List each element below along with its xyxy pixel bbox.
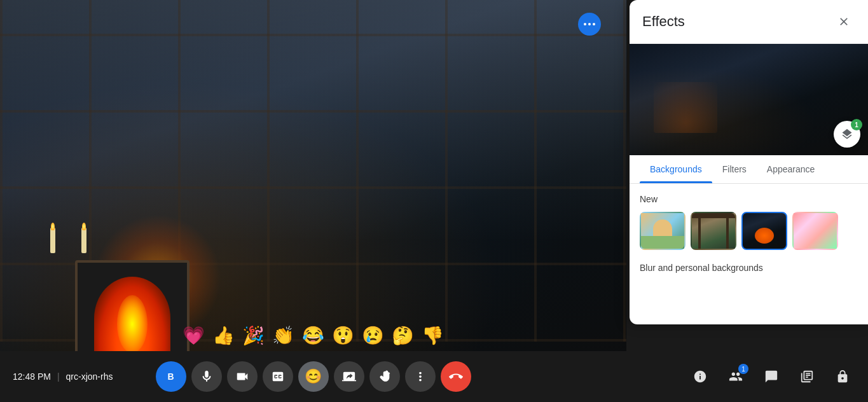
end-call-button[interactable] — [441, 361, 471, 392]
blur-label: Blur and personal backgrounds — [640, 263, 858, 273]
reaction-heart[interactable]: 💗 — [183, 325, 205, 346]
raise-hand-icon — [378, 370, 392, 384]
lock-icon — [836, 370, 850, 384]
dot — [584, 23, 586, 25]
time-display: 12:48 PM | qrc-xjon-rhs — [13, 371, 113, 382]
background-thumb-colorful[interactable] — [792, 212, 838, 250]
thumb-inner-4 — [794, 213, 837, 249]
dot — [588, 23, 591, 25]
effects-badge[interactable]: 1 — [834, 121, 860, 148]
reaction-sad[interactable]: 😢 — [362, 325, 384, 346]
effects-content: New — [630, 184, 868, 324]
background-thumb-outdoor[interactable] — [640, 212, 685, 250]
tab-filters[interactable]: Filters — [712, 155, 757, 183]
more-button[interactable] — [405, 361, 436, 392]
info-icon — [693, 370, 707, 384]
present-icon — [342, 370, 356, 384]
reaction-confetti[interactable]: 🎉 — [242, 325, 265, 346]
candle-right — [81, 228, 86, 253]
layers-icon — [841, 128, 853, 141]
effects-title: Effects — [642, 13, 685, 30]
raise-hand-button[interactable] — [369, 361, 400, 392]
tab-appearance[interactable]: Appearance — [757, 155, 825, 183]
activities-button[interactable] — [794, 364, 820, 389]
thumb-inner-2 — [692, 213, 735, 249]
effects-tabs: Backgrounds Filters Appearance — [630, 155, 868, 184]
dot — [593, 23, 595, 25]
close-button[interactable] — [832, 10, 855, 33]
camera-icon — [235, 370, 249, 384]
preview-count: 1 — [851, 119, 862, 130]
people-button[interactable]: 1 — [723, 364, 748, 389]
chat-button[interactable] — [759, 364, 784, 389]
separator: | — [57, 371, 60, 382]
meeting-code: qrc-xjon-rhs — [66, 371, 113, 382]
activities-icon — [800, 370, 814, 384]
reaction-bar: 💗 👍 🎉 👏 😂 😲 😢 🤔 👎 — [0, 320, 626, 351]
effects-preview: 1 — [630, 44, 868, 155]
tab-backgrounds[interactable]: Backgrounds — [640, 155, 712, 183]
info-button[interactable] — [687, 364, 713, 389]
thumbnails-row — [640, 212, 858, 250]
emoji-button[interactable]: 😊 — [298, 361, 329, 392]
reaction-clap[interactable]: 👏 — [272, 325, 294, 346]
clock-time: 12:48 PM — [13, 371, 51, 382]
right-icon-bar: 1 — [626, 351, 868, 402]
reaction-thumbsdown[interactable]: 👎 — [422, 325, 444, 346]
more-options-button[interactable] — [578, 13, 601, 36]
mic-icon — [200, 370, 214, 384]
close-icon — [837, 15, 850, 28]
reaction-thumbsup[interactable]: 👍 — [212, 325, 235, 346]
captions-icon — [271, 370, 285, 384]
control-bar: 12:48 PM | qrc-xjon-rhs B 😊 — [0, 351, 626, 402]
candle-left — [50, 228, 55, 253]
mic-button[interactable] — [191, 361, 222, 392]
background-thumb-pergola[interactable] — [691, 212, 736, 250]
thumb-inner-3 — [743, 213, 786, 249]
thumb-inner-1 — [641, 213, 684, 249]
center-controls: B 😊 — [156, 361, 471, 392]
reaction-surprised[interactable]: 😲 — [332, 325, 354, 346]
background-thumb-fireplace[interactable] — [741, 212, 787, 250]
reaction-laugh[interactable]: 😂 — [302, 325, 324, 346]
effects-panel: Effects 1 Backgrounds Filters Appearance… — [630, 0, 868, 324]
chat-icon — [764, 370, 778, 384]
host-controls-button[interactable] — [830, 364, 855, 389]
effects-header: Effects — [630, 0, 868, 44]
present-button[interactable] — [334, 361, 364, 392]
reaction-thinking[interactable]: 🤔 — [392, 325, 414, 346]
camera-button[interactable] — [227, 361, 258, 392]
preview-background — [630, 44, 868, 155]
people-badge: 1 — [738, 364, 748, 374]
more-icon — [413, 370, 427, 384]
new-label: New — [640, 194, 858, 204]
self-view-button[interactable]: B — [156, 361, 186, 392]
captions-button[interactable] — [263, 361, 293, 392]
end-call-icon — [449, 370, 463, 384]
